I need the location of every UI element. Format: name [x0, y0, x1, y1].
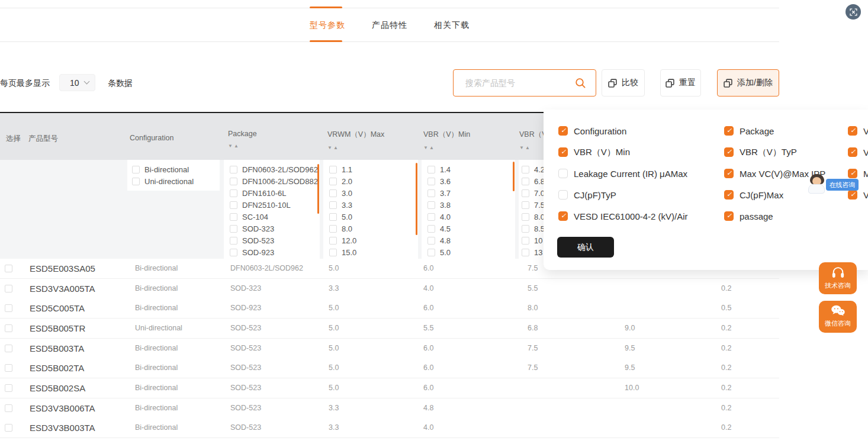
checkbox-unchecked[interactable] [230, 178, 237, 185]
checkbox-unchecked[interactable] [230, 237, 237, 245]
checkbox-unchecked[interactable] [427, 178, 435, 185]
search-input[interactable] [465, 78, 574, 88]
row-checkbox[interactable] [5, 424, 12, 432]
filter-option[interactable]: 15.0 [323, 247, 418, 259]
header-package[interactable]: Package ▼▲ [228, 130, 257, 149]
vrwm-scrollbar-thumb[interactable] [416, 163, 417, 235]
row-checkbox[interactable] [5, 345, 12, 352]
online-consult-widget[interactable]: 在线咨询 [806, 173, 860, 200]
tab-related-downloads[interactable]: 相关下载 [434, 20, 470, 31]
checkbox-unchecked[interactable] [230, 166, 237, 173]
checkbox-unchecked[interactable] [427, 166, 435, 173]
panel-option-vesd-air[interactable]: VESD IEC61000-4-2 (kV)/Air [558, 210, 688, 222]
filter-option[interactable]: SOD-923 [224, 247, 320, 259]
vbr-min-scrollbar-thumb[interactable] [513, 162, 515, 191]
checkbox-checked[interactable] [848, 147, 857, 157]
checkbox-checked[interactable] [724, 190, 734, 200]
page-size-select[interactable]: 10 [59, 74, 95, 91]
search-icon[interactable] [574, 77, 586, 89]
filter-option[interactable]: 3.7 [422, 187, 515, 199]
checkbox-unchecked[interactable] [522, 201, 529, 209]
checkbox-unchecked[interactable] [230, 201, 237, 209]
product-search-box[interactable] [453, 69, 596, 97]
checkbox-unchecked[interactable] [522, 213, 529, 221]
checkbox-unchecked[interactable] [522, 189, 529, 197]
checkbox-unchecked[interactable] [230, 249, 237, 256]
sort-arrows-icon[interactable]: ▼▲ [423, 145, 470, 150]
filter-option[interactable]: 2.0 [323, 175, 418, 187]
wechat-consult-button[interactable]: 微信咨询 [819, 301, 857, 333]
row-checkbox[interactable] [5, 324, 12, 332]
checkbox-unchecked[interactable] [427, 237, 435, 245]
checkbox-unchecked[interactable] [522, 237, 529, 245]
filter-option[interactable]: 4.0 [422, 211, 515, 223]
filter-option[interactable]: 4.8 [422, 235, 515, 247]
checkbox-unchecked[interactable] [230, 213, 237, 221]
checkbox-checked[interactable] [724, 147, 734, 157]
panel-option-cj-max[interactable]: CJ(pF)Max [724, 189, 783, 201]
filter-option[interactable]: 3.6 [422, 175, 515, 187]
checkbox-unchecked[interactable] [522, 225, 529, 233]
filter-option[interactable]: SOD-523 [224, 235, 320, 247]
filter-option[interactable]: 5.0 [323, 211, 418, 223]
filter-option[interactable]: 5.0 [422, 247, 515, 259]
checkbox-unchecked[interactable] [329, 178, 337, 185]
checkbox-unchecked[interactable] [558, 169, 568, 178]
checkbox-unchecked[interactable] [132, 166, 140, 173]
filter-option[interactable]: 1.4 [422, 163, 515, 175]
package-scrollbar-thumb[interactable] [317, 164, 319, 214]
filter-option[interactable]: 4.5 [422, 223, 515, 234]
checkbox-unchecked[interactable] [230, 225, 237, 233]
checkbox-checked[interactable] [724, 211, 734, 221]
add-remove-button[interactable]: 添加/删除 [717, 69, 779, 97]
checkbox-unchecked[interactable] [329, 213, 337, 221]
confirm-button[interactable]: 确认 [557, 237, 614, 258]
filter-option[interactable]: DFN1610-6L [224, 187, 320, 199]
filter-option[interactable]: 3.0 [323, 187, 418, 199]
checkbox-unchecked[interactable] [427, 249, 435, 256]
checkbox-unchecked[interactable] [329, 249, 337, 256]
checkbox-unchecked[interactable] [329, 189, 337, 197]
panel-option-vbr-typ[interactable]: VBR（V）TyP [724, 146, 797, 158]
checkbox-checked[interactable] [558, 211, 568, 221]
panel-option-leakage-current[interactable]: Leakage Current (IR) μAMax [558, 168, 687, 179]
filter-option[interactable]: 1.1 [323, 163, 418, 175]
panel-option-package[interactable]: Package [724, 125, 774, 137]
checkbox-unchecked[interactable] [230, 189, 237, 197]
panel-option-configuration[interactable]: Configuration [558, 125, 626, 137]
filter-option[interactable]: SOD-323 [224, 223, 320, 234]
row-checkbox[interactable] [5, 384, 12, 392]
checkbox-checked[interactable] [724, 126, 734, 136]
sort-arrows-icon[interactable]: ▼▲ [327, 145, 384, 150]
filter-option[interactable]: DFN2510-10L [224, 199, 320, 211]
checkbox-unchecked[interactable] [132, 178, 140, 185]
checkbox-unchecked[interactable] [522, 178, 529, 185]
filter-option[interactable]: 12.0 [323, 235, 418, 247]
checkbox-unchecked[interactable] [427, 201, 435, 209]
tech-consult-button[interactable]: 技术咨询 [819, 262, 857, 294]
filter-option[interactable]: 3.3 [323, 199, 418, 211]
row-checkbox[interactable] [5, 285, 12, 292]
filter-option[interactable]: 8.0 [323, 223, 418, 234]
filter-option[interactable]: Uni-directional [127, 175, 220, 187]
row-checkbox[interactable] [5, 265, 12, 272]
sort-arrows-icon[interactable]: ▼▲ [228, 143, 257, 149]
online-consult-badge[interactable]: 在线咨询 [826, 179, 859, 191]
compare-button[interactable]: 比较 [602, 69, 645, 97]
checkbox-unchecked[interactable] [522, 249, 529, 256]
filter-option[interactable]: 3.8 [422, 199, 515, 211]
checkbox-unchecked[interactable] [427, 225, 435, 233]
checkbox-unchecked[interactable] [427, 189, 435, 197]
checkbox-unchecked[interactable] [522, 166, 529, 173]
row-checkbox[interactable] [5, 364, 12, 372]
panel-option-clipped[interactable]: V [848, 146, 868, 158]
panel-option-cj-typ[interactable]: CJ(pF)TyP [558, 189, 616, 201]
panel-option-vbr-min[interactable]: VBR（V）Min [558, 146, 630, 158]
filter-option[interactable]: DFN0603-2L/SOD962 [224, 163, 320, 175]
row-checkbox[interactable] [5, 404, 12, 412]
reset-button[interactable]: 重置 [660, 69, 701, 97]
checkbox-checked[interactable] [724, 169, 734, 178]
checkbox-unchecked[interactable] [558, 190, 568, 200]
checkbox-unchecked[interactable] [329, 166, 337, 173]
checkbox-checked[interactable] [848, 126, 857, 136]
